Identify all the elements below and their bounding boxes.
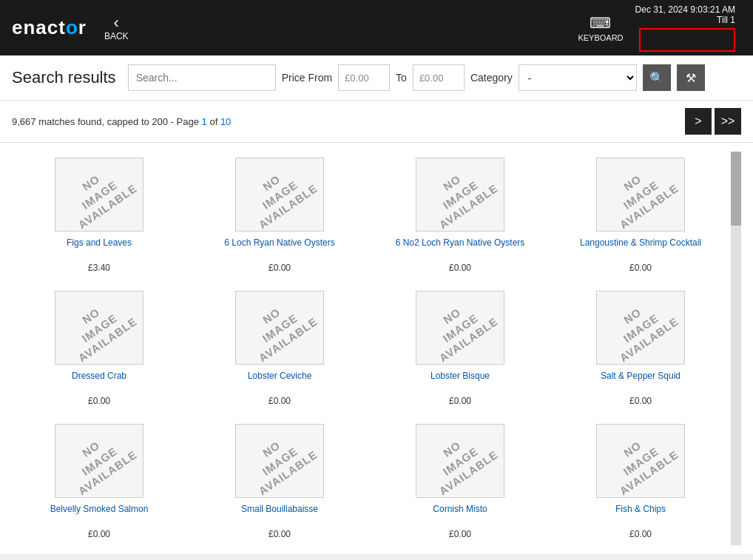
product-image: NO IMAGE AVAILABLE (596, 158, 685, 232)
product-price: £0.00 (88, 529, 110, 539)
product-price: £0.00 (449, 263, 471, 273)
no-image-label: NO IMAGE AVAILABLE (600, 158, 681, 232)
category-label: Category (470, 72, 513, 84)
product-price: £0.00 (269, 263, 291, 273)
product-image: NO IMAGE AVAILABLE (235, 424, 324, 498)
product-name: Cornish Misto (433, 504, 487, 526)
no-image-label: NO IMAGE AVAILABLE (239, 291, 320, 365)
till-input-box[interactable] (639, 28, 735, 52)
search-input[interactable] (128, 64, 276, 91)
product-card[interactable]: NO IMAGE AVAILABLEDressed Crab£0.00 (12, 285, 186, 412)
product-image: NO IMAGE AVAILABLE (235, 158, 324, 232)
product-name: Fish & Chips (615, 504, 666, 526)
product-price: £0.00 (449, 396, 471, 406)
search-bar-area: Search results Price From To Category - … (0, 55, 753, 101)
logo-highlight: o (66, 16, 78, 38)
no-image-label: NO IMAGE AVAILABLE (58, 158, 139, 232)
next-page-button[interactable]: > (685, 108, 712, 135)
product-image: NO IMAGE AVAILABLE (596, 291, 685, 365)
product-image: NO IMAGE AVAILABLE (235, 291, 324, 365)
product-name: Lobster Bisque (430, 371, 490, 393)
search-button[interactable]: 🔍 (643, 64, 671, 91)
no-image-label: NO IMAGE AVAILABLE (419, 158, 500, 232)
product-card[interactable]: NO IMAGE AVAILABLELobster Ceviche£0.00 (192, 285, 367, 412)
product-card[interactable]: NO IMAGE AVAILABLEFish & Chips£0.00 (553, 418, 728, 545)
product-name: Figs and Leaves (67, 237, 132, 260)
product-card[interactable]: NO IMAGE AVAILABLESalt & Pepper Squid£0.… (553, 285, 728, 412)
product-name: Lobster Ceviche (248, 371, 312, 393)
product-price: £0.00 (269, 529, 291, 539)
scrollbar-thumb[interactable] (731, 152, 741, 226)
clear-button[interactable]: ⚒ (677, 64, 705, 91)
page-total: 10 (220, 116, 231, 127)
price-to-input[interactable] (413, 64, 465, 91)
page-current: 1 (202, 116, 207, 127)
product-card[interactable]: NO IMAGE AVAILABLEFigs and Leaves£3.40 (12, 152, 186, 279)
product-price: £0.00 (88, 396, 110, 406)
no-image-label: NO IMAGE AVAILABLE (58, 424, 139, 498)
category-select[interactable]: - (519, 64, 637, 91)
page-title: Search results (12, 68, 116, 87)
no-image-label: NO IMAGE AVAILABLE (239, 424, 320, 498)
no-image-label: NO IMAGE AVAILABLE (419, 291, 500, 365)
search-icon: 🔍 (649, 71, 664, 85)
product-image: NO IMAGE AVAILABLE (55, 291, 143, 365)
back-arrow-icon: ‹ (114, 15, 119, 31)
product-price: £0.00 (449, 529, 471, 539)
product-name: Salt & Pepper Squid (601, 371, 681, 393)
scrollbar[interactable] (731, 152, 741, 545)
results-count: 9,667 matches found, capped to 200 - Pag… (12, 116, 202, 127)
no-image-label: NO IMAGE AVAILABLE (600, 424, 681, 498)
no-image-label: NO IMAGE AVAILABLE (58, 291, 139, 365)
logo: enactor (12, 16, 87, 39)
product-price: £0.00 (269, 396, 291, 406)
no-image-label: NO IMAGE AVAILABLE (600, 291, 681, 365)
product-card[interactable]: NO IMAGE AVAILABLESmall Bouillabaisse£0.… (192, 418, 367, 545)
till-label: Till 1 (717, 15, 735, 25)
product-image: NO IMAGE AVAILABLE (416, 291, 504, 365)
product-price: £0.00 (629, 263, 652, 273)
page-separator: of (207, 116, 220, 127)
header: enactor ‹ BACK ⌨ KEYBOARD Dec 31, 2024 9… (0, 0, 753, 55)
back-label: BACK (104, 31, 129, 41)
main-content: NO IMAGE AVAILABLEFigs and Leaves£3.40NO… (0, 143, 753, 554)
product-image: NO IMAGE AVAILABLE (596, 424, 685, 498)
results-text: 9,667 matches found, capped to 200 - Pag… (12, 116, 231, 127)
no-image-label: NO IMAGE AVAILABLE (419, 424, 500, 498)
product-card[interactable]: NO IMAGE AVAILABLE6 Loch Ryan Native Oys… (192, 152, 367, 279)
clear-icon: ⚒ (686, 71, 696, 85)
price-from-label: Price From (282, 72, 332, 84)
product-name: 6 Loch Ryan Native Oysters (224, 237, 334, 260)
product-price: £0.00 (629, 396, 652, 406)
pagination-buttons: > >> (685, 108, 741, 135)
product-name: Dressed Crab (72, 371, 126, 393)
product-card[interactable]: NO IMAGE AVAILABLEBelvelly Smoked Salmon… (12, 418, 186, 545)
product-name: Langoustine & Shrimp Cocktail (580, 237, 701, 260)
last-page-button[interactable]: >> (715, 108, 741, 135)
products-grid: NO IMAGE AVAILABLEFigs and Leaves£3.40NO… (12, 152, 728, 545)
product-price: £0.00 (629, 529, 652, 539)
product-card[interactable]: NO IMAGE AVAILABLELangoustine & Shrimp C… (553, 152, 728, 279)
price-to-label: To (396, 72, 407, 84)
product-card[interactable]: NO IMAGE AVAILABLECornish Misto£0.00 (373, 418, 547, 545)
datetime-display: Dec 31, 2024 9:03:21 AM (635, 4, 735, 15)
product-image: NO IMAGE AVAILABLE (55, 424, 143, 498)
keyboard-section: ⌨ KEYBOARD (578, 14, 623, 42)
no-image-label: NO IMAGE AVAILABLE (239, 158, 320, 232)
product-image: NO IMAGE AVAILABLE (55, 158, 143, 232)
product-name: Small Bouillabaisse (241, 504, 318, 526)
product-image: NO IMAGE AVAILABLE (416, 424, 504, 498)
header-info: Dec 31, 2024 9:03:21 AM Till 1 (635, 4, 735, 52)
keyboard-icon: ⌨ (590, 14, 611, 32)
product-name: Belvelly Smoked Salmon (50, 504, 149, 526)
product-price: £3.40 (88, 263, 110, 273)
product-card[interactable]: NO IMAGE AVAILABLELobster Bisque£0.00 (373, 285, 547, 412)
keyboard-label: KEYBOARD (578, 33, 623, 42)
back-button[interactable]: ‹ BACK (104, 15, 129, 41)
price-from-input[interactable] (338, 64, 390, 91)
product-card[interactable]: NO IMAGE AVAILABLE6 No2 Loch Ryan Native… (373, 152, 547, 279)
results-info-bar: 9,667 matches found, capped to 200 - Pag… (0, 101, 753, 143)
product-image: NO IMAGE AVAILABLE (416, 158, 504, 232)
product-name: 6 No2 Loch Ryan Native Oysters (396, 237, 525, 260)
